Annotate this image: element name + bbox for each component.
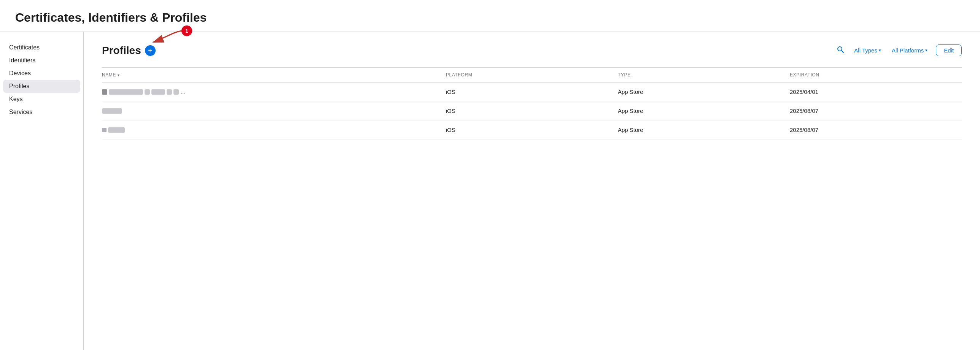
annotation-wrapper: + 1 bbox=[145, 45, 156, 56]
table-header: NAME ▾ PLATFORM TYPE EXPIRATION bbox=[102, 68, 962, 82]
content-header-right: All Types ▾ All Platforms ▾ Edit bbox=[835, 44, 962, 57]
sidebar-item-services[interactable]: Services bbox=[0, 106, 83, 119]
row-2-type: App Store bbox=[618, 108, 790, 114]
sidebar: Certificates Identifiers Devices Profile… bbox=[0, 32, 84, 350]
search-button[interactable] bbox=[835, 44, 846, 57]
row-2-expiration: 2025/08/07 bbox=[790, 108, 962, 114]
sidebar-item-identifiers[interactable]: Identifiers bbox=[0, 54, 83, 67]
row-2-name bbox=[102, 108, 446, 114]
redacted-text bbox=[145, 89, 150, 95]
sidebar-item-devices[interactable]: Devices bbox=[0, 67, 83, 80]
main-layout: Certificates Identifiers Devices Profile… bbox=[0, 32, 980, 350]
ellipsis: … bbox=[180, 89, 186, 95]
all-platforms-dropdown[interactable]: All Platforms ▾ bbox=[889, 46, 930, 55]
row-2-platform: iOS bbox=[446, 108, 618, 114]
page-title: Certificates, Identifiers & Profiles bbox=[15, 11, 965, 25]
content-header-left: Profiles + 1 bbox=[102, 44, 156, 57]
redacted-text bbox=[108, 127, 125, 133]
main-content: Profiles + 1 bbox=[84, 32, 980, 350]
edit-button[interactable]: Edit bbox=[936, 44, 962, 56]
row-1-name: … bbox=[102, 89, 446, 95]
table-row[interactable]: iOS App Store 2025/08/07 bbox=[102, 101, 962, 121]
table-row[interactable]: … iOS App Store 2025/04/01 bbox=[102, 82, 962, 101]
content-header: Profiles + 1 bbox=[102, 44, 962, 57]
row-3-type: App Store bbox=[618, 127, 790, 133]
profile-icon bbox=[102, 128, 107, 132]
row-1-platform: iOS bbox=[446, 89, 618, 95]
chevron-down-icon: ▾ bbox=[879, 48, 881, 53]
row-3-platform: iOS bbox=[446, 127, 618, 133]
page-header: Certificates, Identifiers & Profiles bbox=[0, 0, 980, 32]
chevron-down-icon: ▾ bbox=[925, 48, 928, 53]
sidebar-item-keys[interactable]: Keys bbox=[0, 93, 83, 106]
redacted-text bbox=[173, 89, 179, 95]
sidebar-item-profiles[interactable]: Profiles bbox=[3, 80, 80, 93]
redacted-text bbox=[167, 89, 172, 95]
redacted-text bbox=[102, 108, 122, 114]
sort-icon: ▾ bbox=[118, 73, 120, 77]
all-types-dropdown[interactable]: All Types ▾ bbox=[852, 46, 883, 55]
column-header-platform: PLATFORM bbox=[446, 72, 618, 78]
sidebar-item-certificates[interactable]: Certificates bbox=[0, 41, 83, 54]
row-3-expiration: 2025/08/07 bbox=[790, 127, 962, 133]
profiles-table: NAME ▾ PLATFORM TYPE EXPIRATION bbox=[102, 67, 962, 140]
all-types-label: All Types bbox=[854, 47, 877, 54]
profile-icon bbox=[102, 89, 107, 95]
redacted-text bbox=[109, 89, 143, 95]
row-1-type: App Store bbox=[618, 89, 790, 95]
all-platforms-label: All Platforms bbox=[892, 47, 924, 54]
svg-line-4 bbox=[842, 51, 843, 52]
column-header-expiration: EXPIRATION bbox=[790, 72, 962, 78]
add-profile-button[interactable]: + bbox=[145, 45, 156, 56]
section-title: Profiles bbox=[102, 44, 141, 57]
column-header-type: TYPE bbox=[618, 72, 790, 78]
column-header-name: NAME ▾ bbox=[102, 72, 446, 78]
search-icon bbox=[837, 46, 844, 53]
row-3-name bbox=[102, 127, 446, 133]
row-1-expiration: 2025/04/01 bbox=[790, 89, 962, 95]
table-row[interactable]: iOS App Store 2025/08/07 bbox=[102, 121, 962, 140]
redacted-text bbox=[151, 89, 165, 95]
